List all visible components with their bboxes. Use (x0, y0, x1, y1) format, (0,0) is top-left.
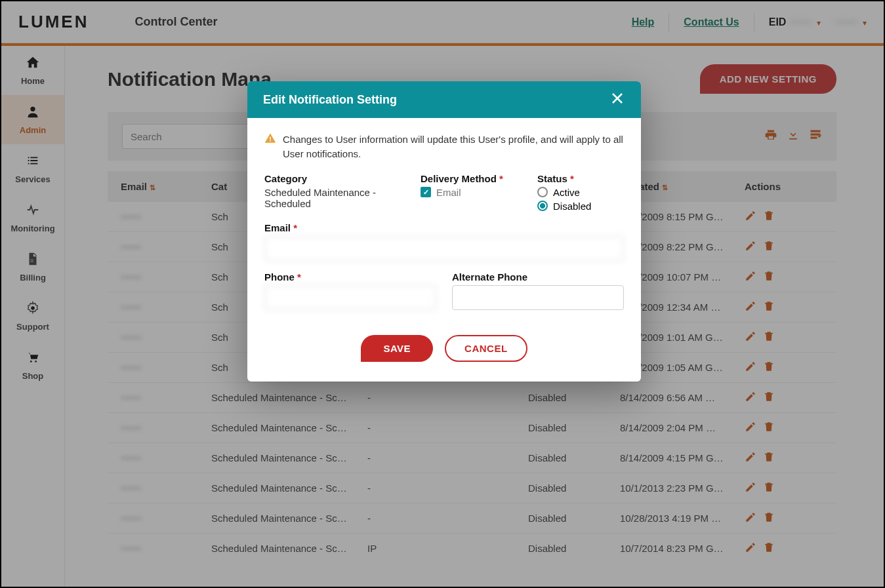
status-active-radio[interactable]: Active (537, 187, 624, 198)
category-label: Category (264, 173, 402, 184)
category-value: Scheduled Maintenance - Scheduled (264, 187, 402, 209)
email-field[interactable] (264, 236, 624, 261)
modal-title: Edit Notification Setting (263, 93, 397, 107)
cancel-button[interactable]: CANCEL (445, 335, 527, 362)
warning-text: Changes to User information will update … (283, 132, 624, 161)
edit-notification-modal: Edit Notification Setting Changes to Use… (247, 81, 641, 382)
status-disabled-radio[interactable]: Disabled (537, 201, 624, 212)
phone-field[interactable] (264, 285, 436, 310)
close-icon[interactable] (609, 90, 625, 109)
email-field-label: Email * (264, 222, 624, 233)
delivery-email-label: Email (436, 187, 461, 198)
phone-field-label: Phone * (264, 271, 436, 283)
radio-off-icon (537, 187, 548, 197)
alternate-phone-field[interactable] (452, 285, 624, 310)
checkbox-checked-icon: ✓ (421, 187, 431, 197)
save-button[interactable]: SAVE (361, 335, 433, 362)
delivery-method-label: Delivery Method * (421, 173, 519, 184)
status-label: Status * (537, 173, 624, 184)
delivery-email-checkbox[interactable]: ✓ Email (421, 187, 519, 198)
radio-on-icon (537, 201, 548, 211)
status-disabled-label: Disabled (553, 201, 591, 212)
alternate-phone-label: Alternate Phone (452, 271, 624, 283)
warning-icon (264, 132, 276, 161)
status-active-label: Active (553, 187, 580, 198)
